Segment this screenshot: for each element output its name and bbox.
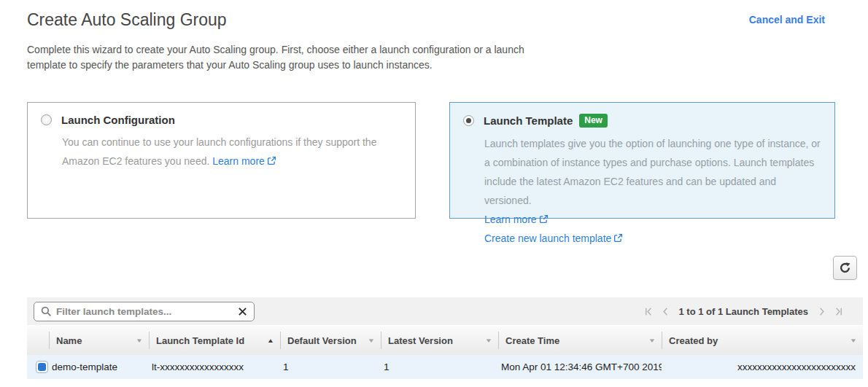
learn-more-link[interactable]: Learn more (212, 155, 276, 167)
sort-icon: ▼ (850, 337, 857, 344)
refresh-button[interactable] (833, 256, 857, 280)
cell-name: demo-template (49, 361, 149, 372)
launch-template-card[interactable]: Launch Template New Launch templates giv… (449, 102, 835, 219)
close-icon (238, 307, 247, 316)
refresh-icon (839, 262, 851, 274)
launch-configuration-title: Launch Configuration (61, 114, 175, 126)
column-header-created-by[interactable]: Created by ▼ (662, 326, 863, 355)
first-page-button[interactable] (640, 306, 657, 317)
select-all-column (27, 326, 49, 355)
column-header-name[interactable]: Name ▼ (49, 326, 149, 355)
create-new-launch-template-label: Create new launch template (484, 232, 611, 244)
filter-input[interactable] (56, 306, 238, 317)
chevron-right-icon (816, 306, 827, 317)
wizard-intro-text: Complete this wizard to create your Auto… (27, 42, 534, 73)
cancel-and-exit-link[interactable]: Cancel and Exit (749, 14, 825, 26)
launch-configuration-radio[interactable] (41, 114, 52, 125)
launch-template-title: Launch Template (484, 114, 573, 127)
cell-create-time: Mon Apr 01 12:34:46 GMT+700 2019 (498, 361, 662, 372)
cell-created-by: xxxxxxxxxxxxxxxxxxxxxxxx (662, 361, 863, 372)
learn-more-label: Learn more (484, 214, 537, 225)
external-link-icon (613, 233, 623, 243)
checkbox-checked-mark (38, 363, 46, 371)
column-label: Created by (669, 335, 718, 346)
table-header-row: Name ▼ Launch Template Id ▲ Default Vers… (27, 326, 863, 355)
table-toolbar: 1 to 1 of 1 Launch Templates (27, 297, 863, 325)
page-title: Create Auto Scaling Group (27, 10, 227, 30)
column-label: Launch Template Id (156, 335, 244, 346)
cell-default-version: 1 (280, 361, 381, 372)
launch-template-radio[interactable] (463, 115, 474, 126)
launch-templates-table: 1 to 1 of 1 Launch Templates Name ▼ Laun… (27, 297, 863, 379)
external-link-icon (267, 156, 276, 165)
launch-configuration-card[interactable]: Launch Configuration You can continue to… (27, 102, 416, 219)
search-icon (41, 306, 52, 317)
column-label: Latest Version (388, 335, 453, 346)
table-body: demo-template lt-xxxxxxxxxxxxxxxxx 1 1 M… (27, 355, 863, 379)
clear-filter-button[interactable] (238, 307, 247, 316)
sort-asc-icon: ▲ (267, 337, 274, 344)
column-label: Name (56, 335, 82, 346)
previous-page-button[interactable] (657, 306, 674, 317)
pagination: 1 to 1 of 1 Launch Templates (640, 306, 856, 317)
learn-more-link[interactable]: Learn more (484, 214, 549, 225)
sort-icon: ▼ (485, 337, 492, 344)
external-link-icon (539, 214, 549, 224)
column-label: Create Time (505, 335, 559, 346)
create-new-launch-template-link[interactable]: Create new launch template (484, 232, 623, 244)
sort-icon: ▼ (136, 337, 143, 344)
cell-latest-version: 1 (381, 361, 498, 372)
launch-configuration-description: You can continue to use your launch conf… (62, 133, 402, 171)
last-page-icon (833, 306, 844, 317)
table-row[interactable]: demo-template lt-xxxxxxxxxxxxxxxxx 1 1 M… (27, 355, 863, 379)
chevron-left-icon (660, 306, 671, 317)
column-header-create-time[interactable]: Create Time ▼ (498, 326, 662, 355)
pagination-text: 1 to 1 of 1 Launch Templates (679, 306, 808, 317)
sort-icon: ▼ (368, 337, 375, 344)
cell-launch-template-id: lt-xxxxxxxxxxxxxxxxx (149, 361, 280, 372)
last-page-button[interactable] (830, 306, 847, 317)
column-header-launch-template-id[interactable]: Launch Template Id ▲ (149, 326, 280, 355)
option-cards: Launch Configuration You can continue to… (27, 102, 835, 219)
filter-box[interactable] (34, 302, 255, 321)
column-label: Default Version (287, 335, 357, 346)
column-header-default-version[interactable]: Default Version ▼ (280, 326, 381, 355)
sort-icon: ▼ (648, 337, 656, 344)
column-header-latest-version[interactable]: Latest Version ▼ (381, 326, 498, 355)
row-checkbox[interactable] (36, 361, 48, 373)
launch-template-description: Launch templates give you the option of … (484, 134, 821, 210)
new-badge: New (579, 114, 608, 128)
first-page-icon (643, 306, 654, 317)
learn-more-label: Learn more (212, 155, 265, 167)
next-page-button[interactable] (813, 306, 830, 317)
